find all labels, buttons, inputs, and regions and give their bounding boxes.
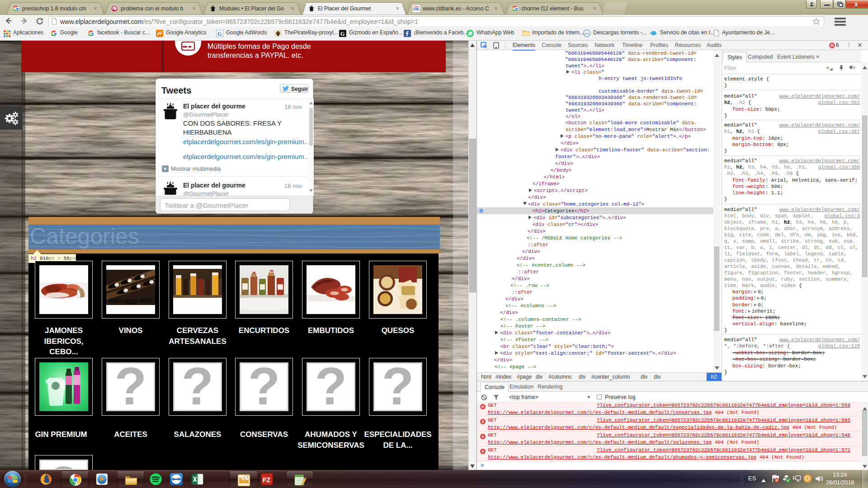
svg-text:FZ: FZ <box>263 476 271 483</box>
svg-text:G: G <box>340 31 344 37</box>
svg-text:G: G <box>217 31 222 37</box>
svg-text:(et): (et) <box>584 32 589 36</box>
